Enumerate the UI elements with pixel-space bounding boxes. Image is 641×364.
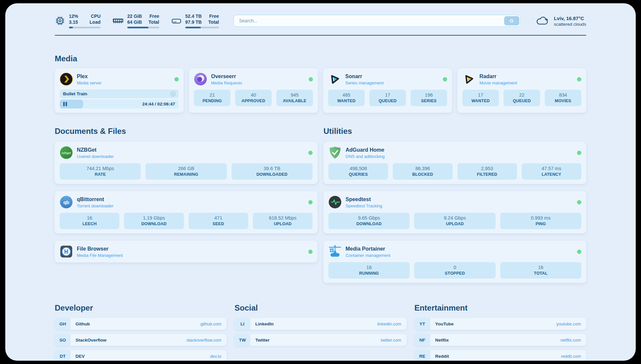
bookmark-name: Netflix [435,338,449,343]
nzbget-icon: nzbget [60,146,73,159]
cpu-load-value: 3.15 [69,19,78,25]
status-dot [577,151,581,155]
card-subtitle: Media server [77,80,102,85]
bookmark-name: Twitter [255,338,269,343]
status-dot [308,250,313,254]
memory-total-value: 64 GiB [127,19,142,25]
bookmark-dev[interactable]: DT DEV dev.to [55,350,227,361]
memory-stat: 22 GiB 64 GiB Free Total [112,13,159,28]
documents-section-title: Documents & Files [55,127,318,136]
adguard-card[interactable]: AdGuard Home DNS and adblocking 498,508Q… [323,142,586,184]
svg-text:nzbget: nzbget [62,151,71,155]
bookmark-name: YouTube [435,321,454,326]
bookmark-abbr: TW [234,334,250,346]
pause-icon [63,102,67,106]
playback-progress-bar[interactable]: 24:44 / 02:06:47 [60,100,179,108]
disk-icon [171,15,182,26]
card-title: Overseerr [211,73,242,79]
card-title: NZBGet [77,147,114,153]
bookmark-stackoverflow[interactable]: SO StackOverflow stackoverflow.com [55,334,227,346]
playback-time: 24:44 / 02:06:47 [142,102,179,106]
stat-tile: 17WANTED [462,90,499,106]
stat-tile: 618.52 MbpsUPLOAD [253,213,313,229]
bookmark-youtube[interactable]: YT YouTube youtube.com [414,318,586,330]
card-title: Media Portainer [346,246,390,252]
stat-tile: 0STOPPED [414,262,495,279]
weather-widget[interactable]: Lviv, 16.87°C scattered clouds [535,15,586,27]
bookmark-linkedin[interactable]: LI LinkedIn linkedin.com [234,318,406,330]
stat-tile: 1.19 GbpsDOWNLOAD [124,213,184,229]
search-input[interactable] [233,15,521,27]
developer-section-title: Developer [55,303,227,313]
nzbget-card[interactable]: nzbget NZBGet Usenet downloader 744.21 M… [55,142,318,184]
stat-tile: 485WANTED [328,90,365,106]
disk-progress-track [185,27,219,28]
overseerr-card[interactable]: Overseerr Media Requests 21PENDING 40APP… [189,68,318,113]
cpu-percent: 12% [69,13,78,19]
status-dot [308,151,313,155]
bookmark-abbr: NF [414,334,430,346]
radarr-icon [462,73,475,86]
bookmark-url: reddit.com [561,354,581,359]
qbittorrent-card[interactable]: qb qBittorrent Torrent downloader 16LEEC… [55,191,318,233]
status-dot [443,77,447,81]
media-grid: Plex Media server Bullet Train 24:44 / 0… [55,68,586,113]
stat-tile: 834MOVIES [545,90,581,106]
radarr-card[interactable]: Radarr Movie management 17WANTED 22QUEUE… [457,68,586,113]
status-dot [577,250,581,254]
status-dot [577,77,581,81]
stat-tile: 86,396BLOCKED [393,163,452,180]
card-title: Speedtest [346,196,382,202]
bookmark-name: Github [76,321,90,326]
bookmark-name: StackOverflow [76,338,107,343]
now-playing-widget: Bullet Train 24:44 / 02:06:47 [60,89,179,108]
media-session-icon[interactable] [170,91,175,96]
status-dot [308,200,313,204]
bookmark-url: github.com [200,321,222,326]
bookmark-netflix[interactable]: NF Netflix netflix.com [414,334,586,346]
entertainment-section-title: Entertainment [414,303,586,313]
cpu-icon [55,15,65,26]
cpu-progress-fill [69,27,73,28]
now-playing-title: Bullet Train [63,91,87,96]
sonarr-card[interactable]: Sonarr Series management 485WANTED 17QUE… [323,68,452,113]
status-dot [174,77,179,81]
stat-tile: 9.65 GbpsDOWNLOAD [328,213,410,229]
memory-free-label: Free [148,13,159,19]
adguard-icon [328,146,342,159]
stat-tile: 21PENDING [194,90,230,106]
filebrowser-card[interactable]: File Browser Media File Management [55,241,318,262]
sonarr-icon [328,73,341,86]
stat-tile: 471SEED [189,213,248,229]
stat-tile: 498,508QUERIES [328,163,388,180]
bookmark-github[interactable]: GH Github github.com [55,318,227,330]
card-title: Plex [77,73,102,79]
bookmark-reddit[interactable]: RE Reddit reddit.com [414,350,586,361]
stat-tile: 16LEECH [60,213,119,229]
card-subtitle: Usenet downloader [77,154,114,159]
card-subtitle: Media Requests [211,80,242,85]
plex-icon [60,73,73,86]
bookmark-twitter[interactable]: TW Twitter twitter.com [234,334,406,346]
speedtest-card[interactable]: Speedtest Speedtest Tracking 9.65 GbpsDO… [323,191,586,233]
portainer-card[interactable]: Media Portainer Container management 16R… [323,241,586,283]
entertainment-section: Entertainment YT YouTube youtube.com NF … [414,303,586,361]
memory-total-label: Total [148,19,159,25]
top-bar: 12% 3.15 CPU Load [55,13,586,28]
documents-column: Documents & Files nzbget NZBGet Usenet d… [55,127,318,283]
stat-tile: 39.6 TBDOWNLOADED [231,163,313,180]
plex-card[interactable]: Plex Media server Bullet Train 24:44 / 0… [55,68,184,113]
bookmark-name: DEV [76,354,85,359]
bookmark-url: dev.to [210,354,221,359]
system-stats: 12% 3.15 CPU Load [55,13,219,28]
disk-free-value: 52.4 TB [185,13,202,19]
search-engine-button[interactable]: G [504,16,519,25]
bookmark-url: linkedin.com [377,321,401,326]
dashboard-frame: 12% 3.15 CPU Load [5,3,636,361]
bookmark-name: Reddit [435,354,449,359]
bookmark-abbr: GH [55,318,71,330]
card-subtitle: Media File Management [77,253,123,258]
stat-tile: 744.21 MbpsRATE [60,163,141,180]
stat-tile: 16RUNNING [328,262,410,279]
cloud-icon [535,15,550,26]
